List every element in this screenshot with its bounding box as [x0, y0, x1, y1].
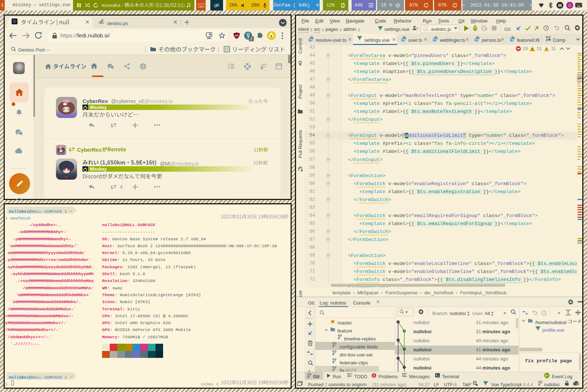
svg-text:2: 2: [250, 37, 252, 41]
svg-text:TS: TS: [475, 38, 478, 41]
svg-text:TS: TS: [309, 38, 312, 41]
svg-text:TS: TS: [402, 38, 405, 41]
svg-text:9+: 9+: [545, 374, 548, 377]
svg-text:TS: TS: [433, 38, 437, 41]
svg-text:JS: JS: [424, 28, 427, 31]
svg-text:TS: TS: [510, 38, 514, 41]
svg-text:uO: uO: [235, 34, 239, 37]
svg-text:M: M: [558, 3, 562, 8]
